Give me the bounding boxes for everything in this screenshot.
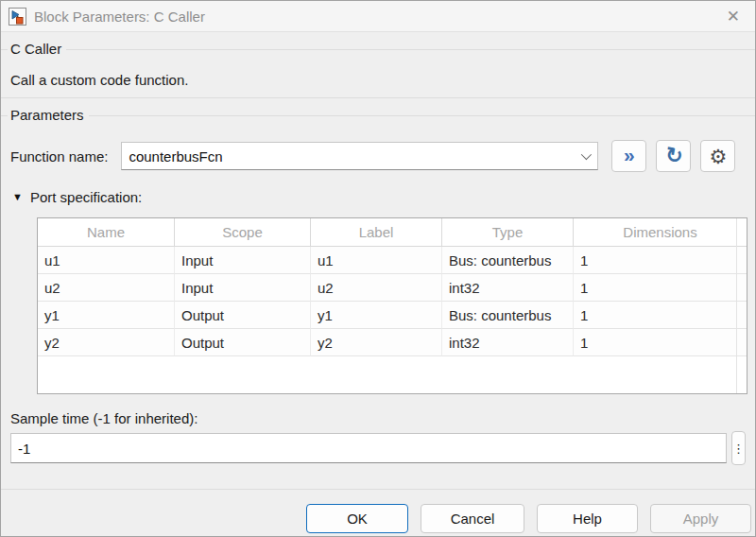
table-cell[interactable]: u2 — [311, 274, 442, 302]
table-cell[interactable]: y2 — [38, 329, 175, 356]
refresh-button[interactable]: ↻ — [656, 140, 691, 172]
port-specification-label: Port specification: — [30, 189, 142, 205]
table-cell[interactable]: u2 — [38, 274, 175, 302]
block-type-title: C Caller — [8, 41, 66, 58]
window-title: Block Parameters: C Caller — [34, 9, 719, 25]
port-specification-table: NameScopeLabelTypeDimensions u1Inputu1Bu… — [37, 217, 747, 394]
gear-icon: ⚙ — [709, 147, 727, 166]
table-row[interactable]: y2Outputy2int321 — [38, 329, 747, 356]
collapse-triangle-icon[interactable]: ▼ — [12, 191, 23, 202]
sample-time-input[interactable] — [10, 433, 727, 463]
table-cell[interactable]: u1 — [311, 247, 442, 274]
table-cell[interactable]: y1 — [311, 302, 442, 329]
column-header[interactable]: Name — [38, 218, 175, 247]
column-header[interactable]: Scope — [175, 218, 311, 247]
cancel-button[interactable]: Cancel — [421, 504, 524, 533]
sample-time-label: Sample time (-1 for inherited): — [10, 410, 755, 427]
table-cell[interactable]: Output — [175, 329, 311, 356]
table-cell[interactable]: int32 — [442, 329, 574, 356]
expand-code-button[interactable]: » — [611, 140, 646, 172]
help-button[interactable]: Help — [537, 504, 638, 533]
apply-button: Apply — [650, 504, 751, 533]
column-header[interactable]: Dimensions — [574, 218, 747, 247]
parameters-title: Parameters — [8, 107, 89, 124]
refresh-icon: ↻ — [663, 145, 684, 168]
table-cell[interactable]: y1 — [38, 302, 175, 329]
group-divider — [1, 97, 755, 98]
table-cell[interactable]: y2 — [311, 329, 442, 356]
table-cell[interactable]: 1 — [574, 329, 747, 356]
titlebar: Block Parameters: C Caller ✕ — [1, 1, 755, 32]
port-specification-toggle[interactable]: ▼ Port specification: — [12, 187, 755, 206]
port-table-empty-area — [38, 356, 747, 393]
function-name-input[interactable] — [122, 143, 597, 169]
close-icon[interactable]: ✕ — [719, 9, 747, 25]
function-name-label: Function name: — [10, 148, 108, 165]
block-description: Call a custom code function. — [10, 72, 755, 89]
sample-time-row: ⋮ — [10, 432, 746, 464]
table-cell[interactable]: 1 — [574, 274, 747, 302]
kebab-menu-icon: ⋮ — [732, 442, 745, 455]
table-cell[interactable]: 1 — [574, 302, 747, 329]
function-name-row: Function name: » ↻ ⚙ — [10, 139, 746, 173]
column-header[interactable]: Type — [442, 218, 574, 247]
footer-buttons: OK Cancel Help Apply — [1, 504, 751, 533]
sample-time-menu-button[interactable]: ⋮ — [731, 431, 746, 465]
table-cell[interactable]: Input — [175, 247, 311, 274]
table-cell[interactable]: Output — [175, 302, 311, 329]
block-type-group: C Caller — [1, 41, 755, 58]
parameters-group: Parameters — [1, 107, 755, 124]
table-cell[interactable]: Bus: counterbus — [442, 247, 574, 274]
function-name-combobox[interactable] — [121, 142, 598, 170]
table-cell[interactable]: 1 — [574, 247, 747, 274]
table-row[interactable]: u2Inputu2int321 — [38, 274, 747, 302]
double-chevron-icon: » — [624, 145, 635, 167]
table-cell[interactable]: Input — [175, 274, 311, 302]
simulink-block-icon — [9, 8, 26, 26]
table-row[interactable]: u1Inputu1Bus: counterbus1 — [38, 247, 747, 274]
port-table-header: NameScopeLabelTypeDimensions — [38, 218, 747, 247]
table-scrollbar-track[interactable] — [736, 218, 747, 393]
ok-button[interactable]: OK — [306, 504, 408, 533]
footer-divider — [1, 489, 755, 490]
column-header[interactable]: Label — [311, 218, 442, 247]
table-cell[interactable]: u1 — [38, 247, 175, 274]
table-cell[interactable]: int32 — [442, 274, 574, 302]
custom-code-settings-button[interactable]: ⚙ — [700, 140, 735, 172]
block-parameters-dialog: Block Parameters: C Caller ✕ C Caller Ca… — [0, 0, 756, 537]
table-row[interactable]: y1Outputy1Bus: counterbus1 — [38, 302, 747, 329]
table-cell[interactable]: Bus: counterbus — [442, 302, 574, 329]
